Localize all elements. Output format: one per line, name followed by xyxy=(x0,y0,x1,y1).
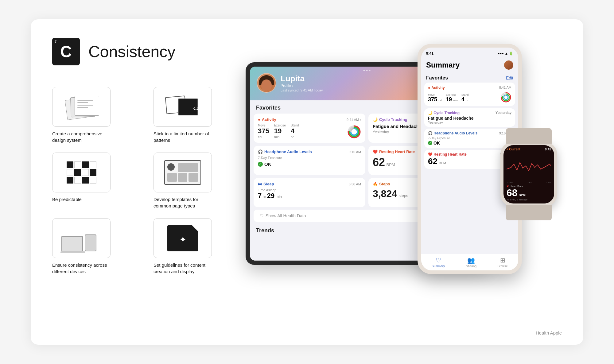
iphone-status-bar: 9:41 ●●● ▲ 🔋 xyxy=(421,48,518,59)
iphone-bottom-nav: ♡ Summary 👥 Sharing ⊞ Browse xyxy=(421,254,518,270)
activity-dot-small: ● xyxy=(428,86,430,90)
headphone-title: 🎧 Headphone Audio Levels xyxy=(258,149,312,154)
sleep-title-row: 🛏 Sleep 6:30 AM xyxy=(258,182,361,186)
heart-small-icon: ♡ xyxy=(260,213,264,218)
watch-status-row: < Current 9:41 xyxy=(507,148,551,151)
headphone-card: 🎧 Headphone Audio Levels 9:16 AM 7-Day E… xyxy=(254,146,365,175)
heart-title: ❤️ Resting Heart Rate xyxy=(373,149,415,154)
iphone-activity-card: ● Activity 8:41 AM Move 375 cal xyxy=(424,83,515,106)
slide-number: 7 xyxy=(55,40,56,43)
iphone-cycle-date-label: Yesterday xyxy=(428,121,511,124)
headphone-title-row: 🎧 Headphone Audio Levels 9:16 AM xyxy=(258,149,361,154)
activity-stats: Move 375 cal Exercise 19 min xyxy=(258,124,361,139)
slide-letter: C xyxy=(60,42,72,61)
card-design-system: Create a comprehensive design system xyxy=(52,87,141,143)
nav-browse-label: Browse xyxy=(497,265,507,268)
browse-nav-icon: ⊞ xyxy=(500,257,505,264)
bpm-label: BPM xyxy=(387,162,395,167)
profile-info: Lupita Profile › Last synced: 9:41 AM To… xyxy=(281,74,323,92)
sleep-hr-label: hr xyxy=(262,194,266,199)
sleep-hours: 7 xyxy=(258,192,262,200)
card-templates: Develop templates for common page types xyxy=(154,153,243,209)
card-predictable: Be predictable xyxy=(52,153,141,209)
watch-chart-area xyxy=(507,152,551,181)
watch-bpm-unit: BPM xyxy=(519,193,526,197)
card-templates-label: Develop templates for common page types xyxy=(154,196,212,209)
show-all-label: Show All Health Data xyxy=(266,213,306,218)
heart-bpm: 62 xyxy=(373,156,385,168)
profile-name: Lupita xyxy=(281,74,323,83)
profile-link: Profile › xyxy=(281,83,323,88)
ok-label: OK xyxy=(264,161,271,167)
nav-summary[interactable]: ♡ Summary xyxy=(432,257,445,268)
iphone-ok-row: ✓ OK xyxy=(428,141,511,145)
iphone-activity-title: ● Activity xyxy=(428,86,445,90)
watch-current-label: < Current xyxy=(507,148,520,151)
attribution: Health Apple xyxy=(536,330,562,335)
device-stack-icon xyxy=(61,225,101,251)
nav-sharing-label: Sharing xyxy=(466,265,476,268)
iphone-edit-button[interactable]: Edit xyxy=(506,76,513,80)
watch-bpm-big: 68 xyxy=(507,188,518,198)
iphone-activity-ring xyxy=(500,92,511,103)
user-avatar xyxy=(257,73,276,93)
steps-title: 🔥 Steps xyxy=(373,182,390,186)
avatar-skin xyxy=(261,79,272,91)
card-devices-label: Ensure consistency across different devi… xyxy=(52,262,111,275)
steps-count: 3,824 xyxy=(373,188,397,199)
headphone-exposure: 7-Day Exposure xyxy=(258,156,361,160)
iphone-favorites-label: Favorites xyxy=(426,75,448,81)
exercise-stat: Exercise 19 min xyxy=(274,124,286,139)
card-design-system-label: Create a comprehensive design system xyxy=(52,130,111,143)
move-stat: Move 375 cal xyxy=(258,124,269,139)
iphone-signal: ●●● ▲ 🔋 xyxy=(498,52,513,56)
nav-sharing[interactable]: 👥 Sharing xyxy=(466,257,476,268)
slide-title: Consistency xyxy=(88,42,175,61)
watch-label-10am: 10 AM xyxy=(507,181,513,184)
card-devices: Ensure consistency across different devi… xyxy=(52,218,141,275)
iphone-activity-header: ● Activity 8:41 AM xyxy=(428,86,511,90)
iphone-bpm-unit: BPM xyxy=(439,161,446,165)
sleep-duration: 7 hr 29 min xyxy=(258,192,361,200)
iphone-cycle-title: 🌙 Cycle Tracking Yesterday xyxy=(428,111,511,115)
watch-label-2pm: 2 PM xyxy=(546,181,551,184)
activity-title: ● Activity xyxy=(258,117,276,122)
activity-time-chevron: 9:41 AM › xyxy=(347,118,361,122)
checkerboard-icon xyxy=(67,161,96,184)
activity-card: ● Activity 9:41 AM › Move xyxy=(254,114,365,143)
watch-time: 9:41 xyxy=(545,148,551,151)
card-patterns-label: Stick to a limited number of patterns xyxy=(154,130,212,143)
laptop-device xyxy=(61,236,83,251)
card-predictable-icon-box xyxy=(52,153,111,192)
iphone-activity-time: 8:41 AM xyxy=(499,86,511,90)
ok-dot: ✓ xyxy=(258,162,263,167)
summary-nav-icon: ♡ xyxy=(436,257,441,264)
card-predictable-label: Be predictable xyxy=(52,196,111,203)
watch-sub-row: 75 BPM, 2 min ago xyxy=(507,198,551,201)
card-design-system-icon-box xyxy=(52,87,111,127)
iphone-time: 9:41 xyxy=(426,51,433,56)
iphone-heart-bpm: 62 xyxy=(428,157,437,166)
sleep-card: 🛏 Sleep 6:30 AM Time Asleep 7 hr 29 min xyxy=(254,178,365,207)
card-content-label: Set guidelines for content creation and … xyxy=(154,262,212,275)
resize-icon: ⇔ xyxy=(193,105,199,113)
watch-mockup: < Current 9:41 10 AM 12 PM 2 PM ❤ Heart … xyxy=(500,142,557,207)
steps-unit: steps xyxy=(399,193,408,198)
card-patterns-icon-box: ⇔ xyxy=(154,87,212,127)
iphone-summary-title: Summary xyxy=(426,61,460,69)
nav-summary-label: Summary xyxy=(432,265,445,268)
nav-browse[interactable]: ⊞ Browse xyxy=(497,257,507,268)
cycle-title: 🌙 Cycle Tracking xyxy=(373,117,407,122)
iphone-cycle-card: 🌙 Cycle Tracking Yesterday Fatigue and H… xyxy=(424,108,515,127)
resize-squares-icon: ⇔ xyxy=(164,94,201,120)
iphone-avatar xyxy=(504,60,513,70)
watch-bpm-row: 68 BPM xyxy=(507,188,551,198)
ipad-status-dots xyxy=(363,70,371,71)
watch-band-top xyxy=(506,128,552,144)
sleep-label: Time Asleep xyxy=(258,188,361,192)
card-content-icon-box: ✦ xyxy=(154,218,212,258)
right-section: ☁ 100% Lupita Profile › Last synced: 9:4… xyxy=(246,44,577,320)
iphone-exercise-stat: Exercise 19 min xyxy=(446,93,458,103)
template-layout-icon xyxy=(164,160,201,185)
slide: 7 C Consistency xyxy=(31,19,583,345)
